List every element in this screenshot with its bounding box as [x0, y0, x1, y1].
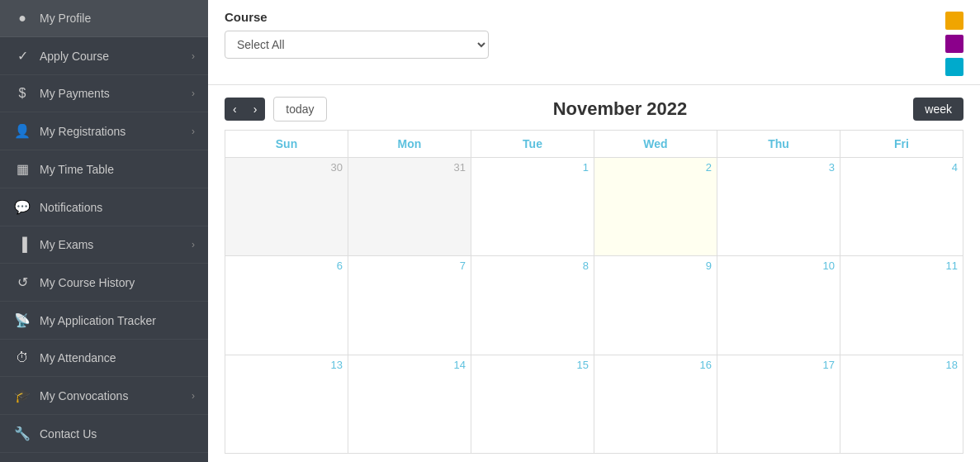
cal-cell-0-1[interactable]: 31: [348, 158, 471, 256]
cal-cell-2-5[interactable]: 18: [840, 355, 963, 454]
my-course-history-icon: ↺: [13, 274, 31, 290]
sidebar-item-notifications[interactable]: 💬Notifications: [0, 188, 208, 226]
sidebar-label-my-convocations: My Convocations: [40, 389, 128, 402]
main-content: Course Select All ‹ › today November 202…: [208, 0, 980, 462]
cal-cell-2-0[interactable]: 13: [225, 355, 348, 454]
cal-header-wed: Wed: [594, 131, 717, 158]
sidebar-item-my-registrations[interactable]: 👤My Registrations›: [0, 112, 208, 150]
top-area: Course Select All: [208, 0, 980, 85]
color-legend-1: [945, 35, 963, 53]
sidebar-label-my-payments: My Payments: [40, 87, 110, 100]
cal-cell-1-3[interactable]: 9: [594, 256, 717, 355]
calendar-body: 3031123467891011131415161718: [225, 158, 963, 454]
sidebar-item-contact-us[interactable]: 🔧Contact Us: [0, 415, 208, 453]
cal-cell-1-2[interactable]: 8: [471, 256, 594, 355]
cal-cell-0-4[interactable]: 3: [717, 158, 840, 256]
cal-cell-0-0[interactable]: 30: [225, 158, 348, 256]
color-legend: [945, 12, 963, 76]
chevron-icon-my-convocations: ›: [192, 390, 195, 402]
sidebar-item-my-timetable[interactable]: ▦My Time Table: [0, 150, 208, 188]
sidebar-item-apply-course[interactable]: ✓Apply Course›: [0, 37, 208, 75]
my-exams-icon: ▐: [13, 237, 31, 252]
calendar-toolbar: ‹ › today November 2022 week: [208, 85, 980, 130]
cal-cell-2-1[interactable]: 14: [348, 355, 471, 454]
sidebar-label-my-profile: My Profile: [40, 12, 91, 25]
course-selector: Course Select All: [225, 10, 489, 59]
sidebar-label-my-application-tracker: My Application Tracker: [40, 314, 156, 327]
cal-header-thu: Thu: [717, 131, 840, 158]
sidebar: ●My Profile✓Apply Course›$My Payments›👤M…: [0, 0, 208, 462]
calendar-header: SunMonTueWedThuFri: [225, 130, 963, 158]
cal-cell-0-3[interactable]: 2: [594, 158, 717, 256]
course-select[interactable]: Select All: [225, 31, 489, 59]
sidebar-label-apply-course: Apply Course: [40, 50, 109, 63]
sidebar-item-my-convocations[interactable]: 🎓My Convocations›: [0, 377, 208, 415]
cal-cell-2-4[interactable]: 17: [717, 355, 840, 454]
sidebar-item-my-attendance[interactable]: ⏱My Attendance: [0, 340, 208, 377]
cal-header-fri: Fri: [840, 131, 963, 158]
calendar-title: November 2022: [327, 98, 914, 120]
sidebar-item-my-course-history[interactable]: ↺My Course History: [0, 264, 208, 302]
cal-header-sun: Sun: [225, 131, 348, 158]
week-button[interactable]: week: [913, 98, 963, 121]
my-convocations-icon: 🎓: [13, 388, 31, 403]
prev-button[interactable]: ‹: [225, 98, 245, 121]
cal-cell-1-0[interactable]: 6: [225, 256, 348, 355]
cal-cell-1-1[interactable]: 7: [348, 256, 471, 355]
cal-header-tue: Tue: [471, 131, 594, 158]
sidebar-item-my-profile[interactable]: ●My Profile: [0, 0, 208, 37]
today-button[interactable]: today: [273, 97, 326, 121]
cal-header-mon: Mon: [348, 131, 471, 158]
cal-cell-2-2[interactable]: 15: [471, 355, 594, 454]
contact-us-icon: 🔧: [13, 426, 31, 441]
my-timetable-icon: ▦: [13, 161, 31, 177]
cal-cell-1-5[interactable]: 11: [840, 256, 963, 355]
color-legend-2: [945, 58, 963, 76]
cal-cell-0-5[interactable]: 4: [840, 158, 963, 256]
sidebar-label-my-registrations: My Registrations: [40, 125, 125, 138]
notifications-icon: 💬: [13, 199, 31, 215]
cal-row-2: 131415161718: [225, 355, 963, 454]
my-application-tracker-icon: 📡: [13, 312, 31, 328]
chevron-icon-apply-course: ›: [192, 50, 195, 62]
sidebar-label-contact-us: Contact Us: [40, 427, 97, 441]
nav-btn-group: ‹ ›: [225, 98, 265, 121]
calendar: SunMonTueWedThuFri 303112346789101113141…: [208, 130, 980, 462]
apply-course-icon: ✓: [13, 48, 31, 64]
sidebar-item-my-exams[interactable]: ▐My Exams›: [0, 226, 208, 264]
sidebar-label-my-timetable: My Time Table: [40, 163, 114, 176]
my-registrations-icon: 👤: [13, 123, 31, 139]
sidebar-item-my-application-tracker[interactable]: 📡My Application Tracker: [0, 302, 208, 340]
chevron-icon-my-payments: ›: [192, 88, 195, 99]
my-attendance-icon: ⏱: [13, 350, 31, 365]
cal-row-0: 30311234: [225, 158, 963, 256]
cal-row-1: 67891011: [225, 256, 963, 355]
my-payments-icon: $: [13, 86, 31, 101]
sidebar-item-my-payments[interactable]: $My Payments›: [0, 75, 208, 112]
sidebar-label-notifications: Notifications: [40, 201, 102, 214]
cal-cell-0-2[interactable]: 1: [471, 158, 594, 256]
my-profile-icon: ●: [13, 11, 31, 26]
cal-cell-2-3[interactable]: 16: [594, 355, 717, 454]
sidebar-label-my-course-history: My Course History: [40, 276, 135, 289]
cal-cell-1-4[interactable]: 10: [717, 256, 840, 355]
sidebar-label-my-exams: My Exams: [40, 238, 93, 251]
chevron-icon-my-exams: ›: [192, 239, 195, 250]
next-button[interactable]: ›: [245, 98, 266, 121]
chevron-icon-my-registrations: ›: [192, 126, 195, 137]
color-legend-0: [945, 12, 963, 30]
sidebar-label-my-attendance: My Attendance: [40, 351, 116, 364]
course-label: Course: [225, 10, 489, 24]
